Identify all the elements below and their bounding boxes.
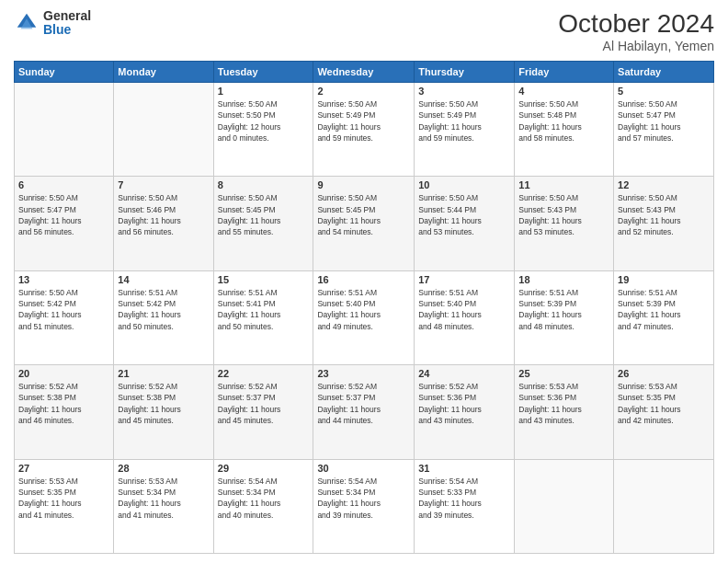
calendar-cell — [15, 83, 114, 177]
day-number: 10 — [418, 179, 510, 190]
weekday-header-cell: Sunday — [15, 62, 114, 83]
day-number: 2 — [317, 86, 410, 97]
day-number: 15 — [218, 274, 310, 285]
logo-icon — [14, 10, 40, 36]
title-area: October 2024 Al Habilayn, Yemen — [558, 9, 714, 53]
day-number: 31 — [418, 463, 510, 474]
calendar-body: 1Sunrise: 5:50 AM Sunset: 5:50 PM Daylig… — [15, 83, 714, 554]
weekday-header: SundayMondayTuesdayWednesdayThursdayFrid… — [15, 62, 714, 83]
calendar-cell: 18Sunrise: 5:51 AM Sunset: 5:39 PM Dayli… — [515, 270, 614, 364]
logo: General Blue — [14, 9, 91, 38]
day-info: Sunrise: 5:52 AM Sunset: 5:37 PM Dayligh… — [218, 381, 310, 426]
day-info: Sunrise: 5:50 AM Sunset: 5:46 PM Dayligh… — [118, 192, 209, 237]
day-info: Sunrise: 5:52 AM Sunset: 5:38 PM Dayligh… — [118, 381, 209, 426]
day-number: 20 — [18, 368, 109, 379]
calendar-cell: 21Sunrise: 5:52 AM Sunset: 5:38 PM Dayli… — [114, 365, 213, 459]
calendar-cell: 12Sunrise: 5:50 AM Sunset: 5:43 PM Dayli… — [614, 177, 714, 270]
day-number: 18 — [518, 274, 609, 285]
day-number: 27 — [18, 463, 109, 474]
calendar-cell: 3Sunrise: 5:50 AM Sunset: 5:49 PM Daylig… — [415, 83, 515, 177]
day-info: Sunrise: 5:50 AM Sunset: 5:45 PM Dayligh… — [317, 192, 410, 237]
calendar-cell: 23Sunrise: 5:52 AM Sunset: 5:37 PM Dayli… — [313, 365, 415, 459]
weekday-header-cell: Wednesday — [313, 62, 415, 83]
weekday-header-cell: Thursday — [415, 62, 515, 83]
calendar-cell — [614, 459, 714, 553]
day-number: 8 — [218, 179, 310, 190]
calendar-cell: 11Sunrise: 5:50 AM Sunset: 5:43 PM Dayli… — [515, 177, 614, 270]
calendar-cell: 19Sunrise: 5:51 AM Sunset: 5:39 PM Dayli… — [614, 270, 714, 364]
day-number: 22 — [218, 368, 310, 379]
calendar-cell: 31Sunrise: 5:54 AM Sunset: 5:33 PM Dayli… — [415, 459, 515, 553]
day-info: Sunrise: 5:54 AM Sunset: 5:33 PM Dayligh… — [418, 476, 510, 521]
day-info: Sunrise: 5:50 AM Sunset: 5:48 PM Dayligh… — [518, 98, 609, 144]
day-info: Sunrise: 5:50 AM Sunset: 5:47 PM Dayligh… — [18, 192, 109, 237]
calendar-cell: 9Sunrise: 5:50 AM Sunset: 5:45 PM Daylig… — [313, 177, 415, 270]
calendar-cell: 29Sunrise: 5:54 AM Sunset: 5:34 PM Dayli… — [213, 459, 313, 553]
day-number: 13 — [18, 274, 109, 285]
page: General Blue October 2024 Al Habilayn, Y… — [0, 0, 728, 563]
day-info: Sunrise: 5:50 AM Sunset: 5:44 PM Dayligh… — [418, 192, 510, 237]
day-number: 14 — [118, 274, 209, 285]
day-number: 26 — [618, 368, 710, 379]
calendar-week-row: 1Sunrise: 5:50 AM Sunset: 5:50 PM Daylig… — [15, 83, 714, 177]
day-info: Sunrise: 5:51 AM Sunset: 5:39 PM Dayligh… — [518, 287, 609, 332]
day-number: 19 — [618, 274, 710, 285]
day-info: Sunrise: 5:50 AM Sunset: 5:43 PM Dayligh… — [618, 192, 710, 237]
calendar-cell: 24Sunrise: 5:52 AM Sunset: 5:36 PM Dayli… — [415, 365, 515, 459]
weekday-header-cell: Friday — [515, 62, 614, 83]
calendar-cell: 7Sunrise: 5:50 AM Sunset: 5:46 PM Daylig… — [114, 177, 213, 270]
day-number: 16 — [317, 274, 410, 285]
logo-blue: Blue — [43, 23, 91, 37]
calendar-cell: 14Sunrise: 5:51 AM Sunset: 5:42 PM Dayli… — [114, 270, 213, 364]
calendar-cell — [515, 459, 614, 553]
day-info: Sunrise: 5:51 AM Sunset: 5:40 PM Dayligh… — [317, 287, 410, 332]
calendar-cell: 5Sunrise: 5:50 AM Sunset: 5:47 PM Daylig… — [614, 83, 714, 177]
day-number: 5 — [618, 86, 710, 97]
calendar-cell: 8Sunrise: 5:50 AM Sunset: 5:45 PM Daylig… — [213, 177, 313, 270]
day-info: Sunrise: 5:50 AM Sunset: 5:49 PM Dayligh… — [317, 98, 410, 144]
day-number: 29 — [218, 463, 310, 474]
calendar-week-row: 13Sunrise: 5:50 AM Sunset: 5:42 PM Dayli… — [15, 270, 714, 364]
calendar-cell: 16Sunrise: 5:51 AM Sunset: 5:40 PM Dayli… — [313, 270, 415, 364]
day-number: 12 — [618, 179, 710, 190]
calendar-cell — [114, 83, 213, 177]
day-info: Sunrise: 5:51 AM Sunset: 5:41 PM Dayligh… — [218, 287, 310, 332]
day-number: 9 — [317, 179, 410, 190]
day-number: 23 — [317, 368, 410, 379]
weekday-header-cell: Saturday — [614, 62, 714, 83]
day-info: Sunrise: 5:51 AM Sunset: 5:40 PM Dayligh… — [418, 287, 510, 332]
day-number: 24 — [418, 368, 510, 379]
logo-general: General — [43, 9, 91, 23]
day-info: Sunrise: 5:50 AM Sunset: 5:43 PM Dayligh… — [518, 192, 609, 237]
day-info: Sunrise: 5:50 AM Sunset: 5:47 PM Dayligh… — [618, 98, 710, 144]
calendar-cell: 2Sunrise: 5:50 AM Sunset: 5:49 PM Daylig… — [313, 83, 415, 177]
day-number: 21 — [118, 368, 209, 379]
day-info: Sunrise: 5:54 AM Sunset: 5:34 PM Dayligh… — [317, 476, 410, 521]
day-info: Sunrise: 5:52 AM Sunset: 5:37 PM Dayligh… — [317, 381, 410, 426]
day-info: Sunrise: 5:51 AM Sunset: 5:42 PM Dayligh… — [118, 287, 209, 332]
day-number: 28 — [118, 463, 209, 474]
day-info: Sunrise: 5:53 AM Sunset: 5:34 PM Dayligh… — [118, 476, 209, 521]
day-number: 30 — [317, 463, 410, 474]
calendar-cell: 17Sunrise: 5:51 AM Sunset: 5:40 PM Dayli… — [415, 270, 515, 364]
day-number: 11 — [518, 179, 609, 190]
day-number: 25 — [518, 368, 609, 379]
calendar-cell: 4Sunrise: 5:50 AM Sunset: 5:48 PM Daylig… — [515, 83, 614, 177]
calendar-week-row: 20Sunrise: 5:52 AM Sunset: 5:38 PM Dayli… — [15, 365, 714, 459]
day-info: Sunrise: 5:54 AM Sunset: 5:34 PM Dayligh… — [218, 476, 310, 521]
day-info: Sunrise: 5:53 AM Sunset: 5:35 PM Dayligh… — [18, 476, 109, 521]
calendar-cell: 22Sunrise: 5:52 AM Sunset: 5:37 PM Dayli… — [213, 365, 313, 459]
calendar-cell: 27Sunrise: 5:53 AM Sunset: 5:35 PM Dayli… — [15, 459, 114, 553]
day-number: 17 — [418, 274, 510, 285]
day-info: Sunrise: 5:50 AM Sunset: 5:49 PM Dayligh… — [418, 98, 510, 144]
day-info: Sunrise: 5:50 AM Sunset: 5:42 PM Dayligh… — [18, 287, 109, 332]
location: Al Habilayn, Yemen — [558, 39, 714, 53]
day-info: Sunrise: 5:53 AM Sunset: 5:36 PM Dayligh… — [518, 381, 609, 426]
day-number: 7 — [118, 179, 209, 190]
day-number: 3 — [418, 86, 510, 97]
day-number: 1 — [218, 86, 310, 97]
calendar-table: SundayMondayTuesdayWednesdayThursdayFrid… — [14, 61, 714, 554]
calendar-cell: 28Sunrise: 5:53 AM Sunset: 5:34 PM Dayli… — [114, 459, 213, 553]
calendar-cell: 10Sunrise: 5:50 AM Sunset: 5:44 PM Dayli… — [415, 177, 515, 270]
day-number: 4 — [518, 86, 609, 97]
